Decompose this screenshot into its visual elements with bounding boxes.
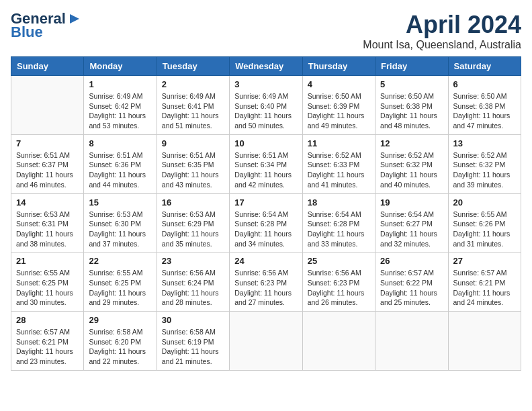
cell-sun-info: Sunrise: 6:56 AMSunset: 6:24 PMDaylight:…: [162, 268, 224, 308]
day-number: 13: [453, 138, 516, 148]
day-number: 21: [16, 256, 79, 266]
weekday-header-monday: Monday: [84, 57, 157, 76]
cell-sun-info: Sunrise: 6:53 AMSunset: 6:30 PMDaylight:…: [89, 210, 151, 249]
day-number: 28: [16, 315, 79, 325]
cell-sun-info: Sunrise: 6:55 AMSunset: 6:25 PMDaylight:…: [89, 268, 151, 308]
day-number: 6: [453, 79, 516, 89]
day-number: 9: [162, 138, 224, 148]
day-number: 24: [234, 256, 297, 266]
calendar-cell: 18Sunrise: 6:54 AMSunset: 6:28 PMDayligh…: [302, 193, 375, 253]
calendar-week-row: 7Sunrise: 6:51 AMSunset: 6:37 PMDaylight…: [11, 134, 521, 193]
cell-sun-info: Sunrise: 6:51 AMSunset: 6:34 PMDaylight:…: [234, 150, 297, 190]
calendar-cell: 13Sunrise: 6:52 AMSunset: 6:32 PMDayligh…: [448, 134, 521, 193]
calendar-table: SundayMondayTuesdayWednesdayThursdayFrid…: [11, 56, 521, 371]
cell-sun-info: Sunrise: 6:51 AMSunset: 6:36 PMDaylight:…: [89, 150, 151, 190]
logo: General Blue: [11, 11, 82, 40]
calendar-cell: 17Sunrise: 6:54 AMSunset: 6:28 PMDayligh…: [230, 193, 302, 253]
cell-sun-info: Sunrise: 6:51 AMSunset: 6:35 PMDaylight:…: [162, 150, 224, 190]
calendar-cell: 8Sunrise: 6:51 AMSunset: 6:36 PMDaylight…: [84, 134, 157, 193]
cell-sun-info: Sunrise: 6:56 AMSunset: 6:23 PMDaylight:…: [308, 268, 370, 308]
cell-sun-info: Sunrise: 6:52 AMSunset: 6:32 PMDaylight:…: [380, 150, 443, 190]
cell-sun-info: Sunrise: 6:49 AMSunset: 6:40 PMDaylight:…: [234, 91, 297, 131]
title-area: April 2024 Mount Isa, Queensland, Austra…: [363, 11, 521, 51]
weekday-header-wednesday: Wednesday: [230, 57, 302, 76]
calendar-cell: 14Sunrise: 6:53 AMSunset: 6:31 PMDayligh…: [11, 193, 84, 253]
calendar-cell: 21Sunrise: 6:55 AMSunset: 6:25 PMDayligh…: [11, 253, 84, 312]
day-number: 26: [380, 256, 443, 266]
day-number: 5: [380, 79, 443, 89]
calendar-cell: 11Sunrise: 6:52 AMSunset: 6:33 PMDayligh…: [302, 134, 375, 193]
calendar-cell: 19Sunrise: 6:54 AMSunset: 6:27 PMDayligh…: [375, 193, 448, 253]
day-number: 7: [16, 138, 79, 148]
calendar-cell: 7Sunrise: 6:51 AMSunset: 6:37 PMDaylight…: [11, 134, 84, 193]
calendar-cell: [11, 76, 84, 135]
day-number: 1: [89, 79, 151, 89]
day-number: 3: [234, 79, 297, 89]
cell-sun-info: Sunrise: 6:54 AMSunset: 6:28 PMDaylight:…: [234, 210, 297, 249]
weekday-header-thursday: Thursday: [302, 57, 375, 76]
calendar-cell: [302, 312, 375, 371]
calendar-cell: 29Sunrise: 6:58 AMSunset: 6:20 PMDayligh…: [84, 312, 157, 371]
calendar-week-row: 28Sunrise: 6:57 AMSunset: 6:21 PMDayligh…: [11, 312, 521, 371]
calendar-cell: 25Sunrise: 6:56 AMSunset: 6:23 PMDayligh…: [302, 253, 375, 312]
month-title: April 2024: [363, 11, 521, 39]
day-number: 20: [453, 197, 516, 208]
calendar-cell: 10Sunrise: 6:51 AMSunset: 6:34 PMDayligh…: [230, 134, 302, 193]
calendar-cell: 12Sunrise: 6:52 AMSunset: 6:32 PMDayligh…: [375, 134, 448, 193]
cell-sun-info: Sunrise: 6:54 AMSunset: 6:27 PMDaylight:…: [380, 210, 443, 249]
calendar-week-row: 21Sunrise: 6:55 AMSunset: 6:25 PMDayligh…: [11, 253, 521, 312]
cell-sun-info: Sunrise: 6:55 AMSunset: 6:25 PMDaylight:…: [16, 268, 79, 308]
calendar-cell: 26Sunrise: 6:57 AMSunset: 6:22 PMDayligh…: [375, 253, 448, 312]
calendar-cell: 22Sunrise: 6:55 AMSunset: 6:25 PMDayligh…: [84, 253, 157, 312]
cell-sun-info: Sunrise: 6:52 AMSunset: 6:32 PMDaylight:…: [453, 150, 516, 190]
calendar-cell: 15Sunrise: 6:53 AMSunset: 6:30 PMDayligh…: [84, 193, 157, 253]
logo-blue-text: Blue: [11, 24, 43, 40]
weekday-header-tuesday: Tuesday: [157, 57, 229, 76]
day-number: 25: [308, 256, 370, 266]
calendar-cell: [230, 312, 302, 371]
day-number: 14: [16, 197, 79, 208]
cell-sun-info: Sunrise: 6:55 AMSunset: 6:26 PMDaylight:…: [453, 210, 516, 249]
calendar-cell: 1Sunrise: 6:49 AMSunset: 6:42 PMDaylight…: [84, 76, 157, 135]
calendar-cell: 20Sunrise: 6:55 AMSunset: 6:26 PMDayligh…: [448, 193, 521, 253]
cell-sun-info: Sunrise: 6:58 AMSunset: 6:19 PMDaylight:…: [162, 327, 224, 367]
cell-sun-info: Sunrise: 6:49 AMSunset: 6:42 PMDaylight:…: [89, 91, 151, 131]
svg-marker-0: [70, 14, 79, 24]
calendar-cell: 23Sunrise: 6:56 AMSunset: 6:24 PMDayligh…: [157, 253, 229, 312]
day-number: 23: [162, 256, 224, 266]
day-number: 4: [308, 79, 370, 89]
cell-sun-info: Sunrise: 6:56 AMSunset: 6:23 PMDaylight:…: [234, 268, 297, 308]
calendar-week-row: 14Sunrise: 6:53 AMSunset: 6:31 PMDayligh…: [11, 193, 521, 253]
calendar-cell: 2Sunrise: 6:49 AMSunset: 6:41 PMDaylight…: [157, 76, 229, 135]
header: General Blue April 2024 Mount Isa, Queen…: [11, 11, 521, 51]
day-number: 15: [89, 197, 151, 208]
day-number: 27: [453, 256, 516, 266]
calendar-cell: 30Sunrise: 6:58 AMSunset: 6:19 PMDayligh…: [157, 312, 229, 371]
day-number: 16: [162, 197, 224, 208]
day-number: 11: [308, 138, 370, 148]
cell-sun-info: Sunrise: 6:57 AMSunset: 6:21 PMDaylight:…: [16, 327, 79, 367]
day-number: 29: [89, 315, 151, 325]
cell-sun-info: Sunrise: 6:53 AMSunset: 6:29 PMDaylight:…: [162, 210, 224, 249]
day-number: 8: [89, 138, 151, 148]
calendar-cell: 9Sunrise: 6:51 AMSunset: 6:35 PMDaylight…: [157, 134, 229, 193]
location-title: Mount Isa, Queensland, Australia: [363, 39, 521, 51]
weekday-header-row: SundayMondayTuesdayWednesdayThursdayFrid…: [11, 57, 521, 76]
day-number: 17: [234, 197, 297, 208]
day-number: 19: [380, 197, 443, 208]
cell-sun-info: Sunrise: 6:51 AMSunset: 6:37 PMDaylight:…: [16, 150, 79, 190]
day-number: 2: [162, 79, 224, 89]
weekday-header-saturday: Saturday: [448, 57, 521, 76]
weekday-header-sunday: Sunday: [11, 57, 84, 76]
cell-sun-info: Sunrise: 6:52 AMSunset: 6:33 PMDaylight:…: [308, 150, 370, 190]
cell-sun-info: Sunrise: 6:49 AMSunset: 6:41 PMDaylight:…: [162, 91, 224, 131]
calendar-cell: 3Sunrise: 6:49 AMSunset: 6:40 PMDaylight…: [230, 76, 302, 135]
calendar-cell: 4Sunrise: 6:50 AMSunset: 6:39 PMDaylight…: [302, 76, 375, 135]
cell-sun-info: Sunrise: 6:50 AMSunset: 6:39 PMDaylight:…: [308, 91, 370, 131]
calendar-cell: [448, 312, 521, 371]
day-number: 12: [380, 138, 443, 148]
cell-sun-info: Sunrise: 6:58 AMSunset: 6:20 PMDaylight:…: [89, 327, 151, 367]
cell-sun-info: Sunrise: 6:50 AMSunset: 6:38 PMDaylight:…: [453, 91, 516, 131]
calendar-cell: 28Sunrise: 6:57 AMSunset: 6:21 PMDayligh…: [11, 312, 84, 371]
calendar-cell: 24Sunrise: 6:56 AMSunset: 6:23 PMDayligh…: [230, 253, 302, 312]
